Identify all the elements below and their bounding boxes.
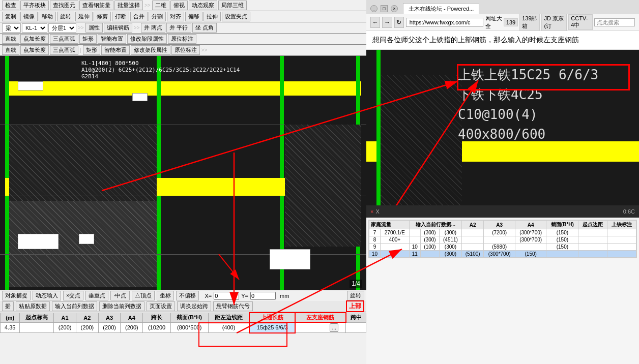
page-setup-btn[interactable]: 页面设置	[147, 301, 175, 311]
tab-jd[interactable]: JD 京东(订	[541, 14, 567, 31]
forward-btn[interactable]: →	[382, 17, 392, 28]
find-element-btn[interactable]: 查找图元	[50, 1, 78, 10]
right-panel: _ □ × 土木在线论坛 - Powered... ← → ↻ 网址大全 139…	[366, 0, 639, 364]
smart-place-btn[interactable]: 智能布置	[98, 34, 126, 44]
top-view-btn[interactable]: 俯视	[170, 1, 188, 10]
paste-original-btn[interactable]: 粘贴原数据	[16, 301, 50, 311]
point-length-btn[interactable]: 点加长度	[20, 34, 49, 44]
check-btn[interactable]: 检查	[2, 1, 19, 10]
stretch-btn[interactable]: 拉伸	[204, 12, 221, 21]
origin-mark-btn[interactable]: 原位标注	[171, 45, 200, 55]
trim-btn[interactable]: 修剪	[94, 12, 111, 21]
win-max-btn[interactable]: □	[381, 5, 388, 12]
data-btn[interactable]: 据	[2, 301, 14, 311]
point-add-len-btn[interactable]: 点加长度	[20, 45, 49, 55]
parallel-btn[interactable]: 并 平行	[166, 23, 191, 33]
element-type-select[interactable]: 梁	[2, 23, 21, 33]
inplace-mark-btn[interactable]: 原位标注	[168, 34, 196, 44]
point-angle-btn[interactable]: 坐 点角	[192, 23, 217, 33]
coord-btn[interactable]: 坐标	[157, 291, 174, 300]
bookmarks-label: 网址大全	[485, 15, 502, 30]
mirror-btn[interactable]: 镜像	[20, 12, 38, 21]
cell-section: (800*500)	[170, 322, 208, 333]
no-offset-btn[interactable]: 不偏移	[176, 291, 199, 300]
offset-btn[interactable]: 偏移	[185, 12, 202, 21]
section-text: 400x800/600	[458, 125, 598, 144]
batch-select-btn[interactable]: 批量选择	[114, 1, 143, 10]
dynamic-input-btn[interactable]: 动态输入	[33, 291, 61, 300]
2d-btn[interactable]: 二维	[152, 1, 169, 10]
x-input[interactable]	[214, 292, 239, 300]
extend-btn[interactable]: 延伸	[75, 12, 93, 21]
midpoint-btn[interactable]: ·中点	[110, 291, 129, 300]
modify-arch-btn[interactable]: 修改架段属性	[131, 45, 170, 55]
smart-layout-btn[interactable]: 智能布置	[101, 45, 130, 55]
col-m: (m)	[1, 313, 20, 322]
three-point-arc-btn[interactable]: 三点画弧	[50, 45, 78, 55]
property-btn[interactable]: 属性	[85, 23, 103, 33]
cad-bottom-panel: 据 粘贴原数据 输入当前列数据 删除当前列数据 页面设置 调换起始跨 悬臂钢筋代…	[0, 301, 366, 364]
dynamic-view-btn[interactable]: 动态观察	[189, 1, 217, 10]
search-input[interactable]	[594, 18, 635, 26]
green-col-left	[5, 56, 9, 290]
beam-id-select[interactable]: KL-1	[22, 23, 47, 33]
url-bar[interactable]	[406, 18, 483, 27]
cantilever-btn[interactable]: 悬臂钢筋代号	[213, 301, 253, 311]
left-support-ellipsis[interactable]: ...	[330, 323, 338, 332]
view-steel-btn[interactable]: 查看钢筋量	[79, 1, 113, 10]
input-col-btn[interactable]: 输入当前列数据	[52, 301, 97, 311]
red-highlight-right	[457, 64, 630, 90]
cell-a2: (200)	[76, 322, 98, 333]
cell-left-support-input[interactable]: ...	[295, 322, 346, 333]
line-btn[interactable]: 直线	[2, 34, 19, 44]
rect-btn[interactable]: 矩形	[79, 34, 97, 44]
win-close-btn[interactable]: ×	[391, 5, 398, 12]
tab-cctv[interactable]: CCTV-4中	[568, 14, 593, 30]
tab-mail[interactable]: 139邮箱	[519, 14, 540, 31]
snap-btn[interactable]: 对象捕捉	[2, 291, 31, 300]
vertex-btn[interactable]: △顶点	[132, 291, 155, 300]
cell-a1: (200)	[54, 322, 76, 333]
cell-mid-span[interactable]	[346, 322, 366, 333]
layer-select[interactable]: 分层1	[48, 23, 76, 33]
rect-btn2[interactable]: 矩形	[83, 45, 100, 55]
page-indicator: 1/4	[350, 280, 362, 288]
cad-drawing[interactable]: KL-1[480] 800*500 A10@200(2) 6C25+(2C12)…	[0, 56, 366, 290]
two-point-btn[interactable]: 并 两点	[141, 23, 165, 33]
back-btn[interactable]: ←	[370, 17, 380, 28]
modify-section-btn[interactable]: 修改架段属性	[127, 34, 167, 44]
white-rect-3	[18, 234, 59, 249]
right-table-row2: 8 400+ (300) (4511) (300*700) (150)	[369, 236, 636, 244]
align-btn[interactable]: 对齐	[167, 12, 184, 21]
local-3d-btn[interactable]: 局部三维	[218, 1, 247, 10]
arc-btn[interactable]: 三点画弧	[50, 34, 78, 44]
swap-start-btn[interactable]: 调换起始跨	[177, 301, 211, 311]
rotate-btn2[interactable]: 旋转	[347, 291, 364, 300]
tab-139[interactable]: 139	[504, 18, 518, 26]
y-input[interactable]	[250, 292, 276, 300]
cell-through-bar[interactable]: 15ф25 6/6/3	[249, 322, 295, 333]
toolbar3: 梁 KL-1 分层1 >> 属性 编辑钢筋 >> 并 两点 并 平行 坐 点角	[0, 22, 366, 34]
move-btn[interactable]: 移动	[39, 12, 56, 21]
align-board-btn[interactable]: 平齐板块	[20, 1, 49, 10]
refresh-btn[interactable]: ↻	[394, 17, 404, 28]
col-dist: 距左边线距	[208, 313, 249, 322]
browser-tab-main[interactable]: 土木在线论坛 - Powered...	[403, 3, 479, 14]
delete-col-btn[interactable]: 删除当前列数据	[99, 301, 144, 311]
intersect-btn[interactable]: ×交点	[63, 291, 83, 300]
sep3: >>	[134, 25, 140, 31]
set-grip-btn[interactable]: 设置夹点	[222, 12, 250, 21]
perp-btn[interactable]: 垂重点	[85, 291, 108, 300]
straight-line-btn[interactable]: 直线	[2, 45, 19, 55]
split-btn[interactable]: 分割	[149, 12, 166, 21]
merge-btn[interactable]: 合并	[130, 12, 148, 21]
right-table-row4: 10 11 (300) (5100) (300*700) (150)	[369, 251, 636, 258]
left-support-field[interactable]	[303, 324, 328, 330]
green-col-mid	[157, 56, 161, 290]
rotate-btn[interactable]: 旋转	[57, 12, 74, 21]
break-btn[interactable]: 打断	[112, 12, 129, 21]
sep2: >>	[78, 25, 84, 31]
copy-btn[interactable]: 复制	[2, 12, 19, 21]
win-min-btn[interactable]: _	[370, 5, 377, 12]
edit-steel-btn[interactable]: 编辑钢筋	[104, 23, 132, 33]
